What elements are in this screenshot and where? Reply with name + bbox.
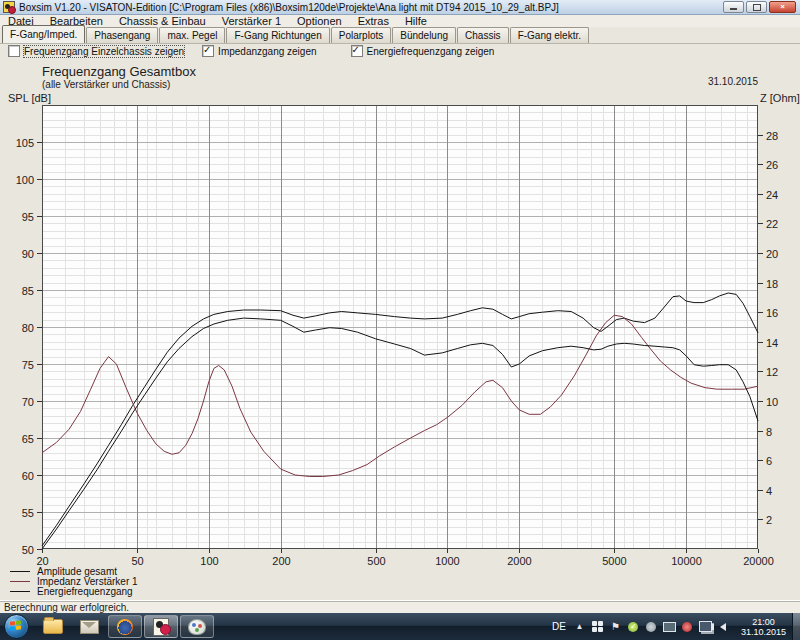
y-right-tick-label: 10 — [766, 396, 778, 408]
checked-checkbox-icon — [202, 45, 214, 57]
system-tray: DE ▲⚑✓ 21:00 31.10.2015 — [550, 617, 792, 637]
tab-polarplots[interactable]: Polarplots — [331, 27, 391, 43]
tray-icon-display[interactable] — [663, 620, 676, 633]
taskbar-button-boxsim[interactable] — [144, 615, 178, 638]
restore-button[interactable] — [746, 1, 767, 13]
x-tick-label: 20000 — [743, 555, 774, 567]
y-right-tick-label: 16 — [766, 307, 778, 319]
window-titlebar: Boxsim V1.20 - VISATON-Edition [C:\Progr… — [0, 0, 800, 15]
taskbar-button-firefox[interactable] — [108, 615, 142, 638]
y-left-tick-label: 105 — [16, 137, 34, 149]
y-axis-left-label: SPL [dB] — [8, 92, 51, 104]
x-tick-label: 10000 — [671, 555, 702, 567]
chart-legend: Amplitude gesamtImpedanz Verstärker 1Ene… — [10, 566, 138, 596]
tray-icon-desktop-grid[interactable] — [591, 620, 604, 633]
y-left-tick-label: 55 — [22, 507, 34, 519]
x-tick-label: 2000 — [507, 555, 531, 567]
tray-icon-volume[interactable] — [717, 620, 730, 633]
legend-line-swatch — [10, 571, 30, 572]
show-desktop-button[interactable] — [792, 613, 800, 640]
close-button[interactable]: × — [769, 1, 796, 13]
menu-item-chassis-einbau[interactable]: Chassis & Einbau — [111, 15, 214, 27]
taskbar-button-email[interactable] — [72, 615, 106, 638]
tray-icon-update-ok[interactable]: ✓ — [627, 620, 640, 633]
x-tick-label: 100 — [200, 555, 218, 567]
minimize-button[interactable] — [723, 1, 744, 13]
y-right-tick-label: 6 — [766, 455, 772, 467]
checkbox-toolbar: Frequenzgang Einzelchassis zeigenImpedan… — [0, 44, 800, 58]
window-title: Boxsim V1.20 - VISATON-Edition [C:\Progr… — [19, 2, 723, 13]
y-right-tick-label: 2 — [766, 514, 772, 526]
tab-bar: F-Gang/Imped.Phasengangmax. PegelF-Gang … — [0, 27, 800, 44]
firefox-icon — [117, 619, 133, 635]
restore-icon — [753, 4, 761, 11]
tray-icon-status[interactable] — [645, 620, 658, 633]
legend-label: Energiefrequenzgang — [37, 586, 133, 597]
y-right-tick-label: 8 — [766, 426, 772, 438]
frequency-response-plot: 1051009590858075706560555028262422201816… — [0, 58, 800, 600]
tray-icon-hidden-icons[interactable]: ▲ — [573, 620, 586, 633]
menu-item-verst-rker-1[interactable]: Verstärker 1 — [214, 15, 289, 27]
y-left-tick-label: 100 — [16, 174, 34, 186]
close-icon: × — [780, 3, 785, 11]
y-left-tick-label: 50 — [22, 544, 34, 556]
tray-icon-network[interactable] — [699, 620, 712, 633]
taskbar: DE ▲⚑✓ 21:00 31.10.2015 — [0, 613, 800, 640]
status-text: Berechnung war erfolgreich. — [4, 602, 129, 613]
legend-item-impedanz-verst-rker-1: Impedanz Verstärker 1 — [10, 576, 138, 586]
chart-title: Frequenzgang Gesamtbox — [42, 64, 196, 79]
legend-item-amplitude-gesamt: Amplitude gesamt — [10, 566, 138, 576]
tray-icon-flag[interactable]: ⚑ — [609, 620, 622, 633]
language-indicator[interactable]: DE — [550, 621, 568, 632]
clock-time: 21:00 — [752, 617, 775, 627]
clock-date: 31.10.2015 — [741, 627, 786, 637]
x-tick-label: 500 — [367, 555, 385, 567]
menu-item-extras[interactable]: Extras — [350, 15, 397, 27]
taskbar-button-explorer[interactable] — [36, 615, 70, 638]
legend-line-swatch — [10, 591, 30, 592]
checkbox-frequenzgang-einzelchassis-zeigen[interactable]: Frequenzgang Einzelchassis zeigen — [8, 45, 184, 57]
taskbar-button-paint[interactable] — [180, 615, 214, 638]
checkbox-label: Energiefrequenzgang zeigen — [367, 46, 495, 57]
paint-icon — [188, 619, 206, 635]
y-left-tick-label: 65 — [22, 433, 34, 445]
checkbox-label: Impedanzgang zeigen — [218, 46, 316, 57]
email-icon — [80, 620, 99, 634]
y-right-tick-label: 18 — [766, 278, 778, 290]
tab-phasengang[interactable]: Phasengang — [86, 27, 158, 43]
y-left-tick-label: 85 — [22, 285, 34, 297]
windows-logo-icon — [10, 620, 21, 631]
tab-f-gang-richtungen[interactable]: F-Gang Richtungen — [226, 27, 329, 43]
menubar: DateiBearbeitenChassis & EinbauVerstärke… — [0, 15, 800, 27]
legend-item-energiefrequenzgang: Energiefrequenzgang — [10, 586, 138, 596]
start-button[interactable] — [4, 614, 29, 639]
checkbox-energiefrequenzgang-zeigen[interactable]: Energiefrequenzgang zeigen — [351, 45, 495, 57]
tray-icon-alert[interactable] — [681, 620, 694, 633]
tab-f-gang-elektr[interactable]: F-Gang elektr. — [510, 27, 589, 43]
legend-line-swatch — [10, 581, 30, 582]
y-right-tick-label: 28 — [766, 130, 778, 142]
status-bar: Berechnung war erfolgreich. — [0, 600, 800, 613]
y-right-tick-label: 22 — [766, 218, 778, 230]
x-tick-label: 5000 — [602, 555, 626, 567]
taskbar-clock[interactable]: 21:00 31.10.2015 — [735, 617, 792, 637]
y-right-tick-label: 14 — [766, 337, 778, 349]
y-right-tick-label: 12 — [766, 366, 778, 378]
explorer-icon — [43, 619, 63, 634]
tab-b-ndelung[interactable]: Bündelung — [392, 27, 456, 43]
tab-max-pegel[interactable]: max. Pegel — [159, 27, 225, 43]
y-left-tick-label: 60 — [22, 470, 34, 482]
menu-item-optionen[interactable]: Optionen — [289, 15, 350, 27]
tab-chassis[interactable]: Chassis — [457, 27, 509, 43]
x-tick-label: 200 — [272, 555, 290, 567]
y-right-tick-label: 20 — [766, 248, 778, 260]
taskbar-buttons — [35, 615, 215, 638]
chart-panel: 1051009590858075706560555028262422201816… — [0, 58, 800, 600]
y-right-tick-label: 4 — [766, 485, 772, 497]
minimize-icon — [730, 8, 737, 10]
checkbox-impedanzgang-zeigen[interactable]: Impedanzgang zeigen — [202, 45, 316, 57]
menu-item-hilfe[interactable]: Hilfe — [397, 15, 435, 27]
checkbox-label: Frequenzgang Einzelchassis zeigen — [24, 46, 184, 57]
tab-f-gang-imped[interactable]: F-Gang/Imped. — [2, 25, 85, 43]
checked-checkbox-icon — [351, 45, 363, 57]
